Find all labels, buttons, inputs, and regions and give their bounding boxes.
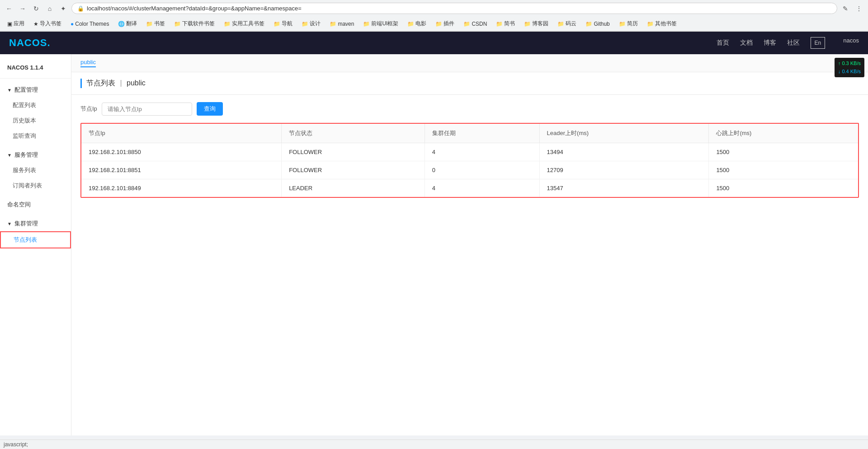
col-header-leader-timeout: Leader上时(ms)	[539, 124, 709, 143]
browser-toolbar: ← → ↻ ⌂ ✦ 🔒 localhost/nacos/#/clusterMan…	[0, 0, 868, 17]
folder-icon: 📁	[585, 21, 592, 27]
cell-heartbeat-timeout: 1500	[709, 143, 858, 161]
bookmark-resume[interactable]: 📁 简历	[615, 19, 642, 29]
app-layout: NACOS 1.1.4 ▼ 配置管理 配置列表 历史版本 监听查询 ▼ 服务管理…	[0, 54, 868, 435]
bookmark-tools[interactable]: 📁 实用工具书签	[220, 19, 268, 29]
page-header: 节点列表 | public	[71, 72, 868, 95]
sidebar-section-title-namespace[interactable]: 命名空间	[0, 197, 71, 212]
folder-icon: 📁	[174, 21, 181, 27]
bookmark-other[interactable]: 📁 其他书签	[643, 19, 680, 29]
bookmark-design[interactable]: 📁 设计	[298, 19, 324, 29]
nacos-logo: NACOS.	[9, 37, 51, 49]
bookmark-import[interactable]: ★ 导入书签	[30, 19, 65, 29]
cell-heartbeat-timeout: 1500	[709, 179, 858, 197]
cell-ip: 192.168.2.101:8850	[81, 143, 282, 161]
bookmark-downloads[interactable]: 📁 下载软件书签	[170, 19, 218, 29]
bookmark-plugins[interactable]: 📁 插件	[432, 19, 458, 29]
bookmark-jianshu[interactable]: 📁 简书	[492, 19, 519, 29]
forward-button[interactable]: →	[17, 3, 28, 14]
bookmark-star-button[interactable]: ✦	[58, 3, 69, 14]
bookmark-cnblogs[interactable]: 📁 博客园	[520, 19, 552, 29]
col-header-status: 节点状态	[282, 124, 425, 143]
node-table: 节点Ip 节点状态 集群任期 Leader上时(ms) 心跳上时(ms) 192…	[81, 124, 858, 197]
top-nav-links: 首页 文档 博客 社区 En nacos	[717, 37, 859, 49]
address-text: localhost/nacos/#/clusterManagement?data…	[87, 5, 302, 12]
namespace-bar: public	[71, 54, 868, 72]
col-header-heartbeat-timeout: 心跳上时(ms)	[709, 124, 858, 143]
sidebar-item-config-list[interactable]: 配置列表	[0, 98, 71, 113]
extensions-button[interactable]: ✎	[840, 3, 851, 14]
search-label: 节点Ip	[80, 105, 97, 113]
cell-term: 4	[425, 179, 539, 197]
col-header-term: 集群任期	[425, 124, 539, 143]
network-speed-indicator: ↑ 0.3 KB/s ↓ 0.4 KB/s	[835, 58, 864, 77]
bookmark-nav[interactable]: 📁 导航	[270, 19, 296, 29]
chevron-down-icon: ▼	[7, 88, 12, 93]
sidebar-section-cluster: ▼ 集群管理 节点列表	[0, 216, 71, 248]
cell-status: FOLLOWER	[282, 161, 425, 179]
sidebar-item-node-list[interactable]: 节点列表	[0, 231, 71, 248]
col-header-ip: 节点Ip	[81, 124, 282, 143]
chevron-down-icon: ▼	[7, 221, 12, 226]
table-row: 192.168.2.101:8850 FOLLOWER 4 13494 1500	[81, 143, 858, 161]
bookmark-github[interactable]: 📁 Github	[582, 19, 613, 28]
title-separator: |	[120, 79, 122, 87]
bookmark-translate[interactable]: 🌐 翻译	[114, 19, 141, 29]
cell-term: 0	[425, 161, 539, 179]
folder-icon: 📁	[647, 21, 654, 27]
page-title: 节点列表	[86, 79, 115, 87]
bookmark-maven[interactable]: 📁 maven	[326, 19, 358, 28]
sidebar-item-service-list[interactable]: 服务列表	[0, 163, 71, 178]
table-row: 192.168.2.101:8849 LEADER 4 13547 1500	[81, 179, 858, 197]
folder-icon: 📁	[407, 21, 414, 27]
cell-leader-timeout: 12709	[539, 161, 709, 179]
bookmark-color-themes[interactable]: ● Color Themes	[67, 19, 113, 28]
bookmark-bookmarks[interactable]: 📁 书签	[142, 19, 169, 29]
search-input[interactable]	[102, 103, 192, 116]
back-button[interactable]: ←	[4, 3, 14, 14]
lock-icon: 🔒	[77, 5, 84, 12]
main-content: ↑ 0.3 KB/s ↓ 0.4 KB/s public 节点列表 | publ…	[71, 54, 868, 435]
bookmark-csdn[interactable]: 📁 CSDN	[460, 19, 491, 28]
sidebar-section-title-config[interactable]: ▼ 配置管理	[0, 82, 71, 98]
sidebar-section-title-cluster[interactable]: ▼ 集群管理	[0, 216, 71, 231]
apps-icon: ▣	[7, 21, 12, 27]
bookmark-apps[interactable]: ▣ 应用	[4, 19, 28, 29]
cell-leader-timeout: 13547	[539, 179, 709, 197]
folder-icon: 📁	[463, 21, 470, 27]
star-icon: ★	[33, 21, 38, 27]
folder-icon: 📁	[557, 21, 564, 27]
query-button[interactable]: 查询	[197, 102, 223, 116]
nav-docs[interactable]: 文档	[740, 37, 753, 49]
table-header-row: 节点Ip 节点状态 集群任期 Leader上时(ms) 心跳上时(ms)	[81, 124, 858, 143]
chevron-down-icon: ▼	[7, 153, 12, 158]
reload-button[interactable]: ↻	[31, 3, 42, 14]
bookmark-movies[interactable]: 📁 电影	[404, 19, 430, 29]
sidebar-item-subscriber[interactable]: 订阅者列表	[0, 178, 71, 193]
sidebar-item-history[interactable]: 历史版本	[0, 113, 71, 128]
upload-speed: ↑ 0.3 KB/s	[838, 60, 861, 68]
cell-status: LEADER	[282, 179, 425, 197]
sidebar: NACOS 1.1.4 ▼ 配置管理 配置列表 历史版本 监听查询 ▼ 服务管理…	[0, 54, 71, 435]
namespace-tag[interactable]: public	[80, 59, 96, 67]
bookmark-frontend[interactable]: 📁 前端UI框架	[359, 19, 402, 29]
folder-icon: 📁	[435, 21, 442, 27]
cell-heartbeat-timeout: 1500	[709, 161, 858, 179]
address-bar[interactable]: 🔒 localhost/nacos/#/clusterManagement?da…	[71, 3, 837, 14]
bookmarks-bar: ▣ 应用 ★ 导入书签 ● Color Themes 🌐 翻译 📁 书签 📁 下…	[0, 17, 868, 31]
home-button[interactable]: ⌂	[44, 3, 55, 14]
sidebar-section-title-service[interactable]: ▼ 服务管理	[0, 147, 71, 163]
folder-icon: 📁	[619, 21, 626, 27]
nav-blog[interactable]: 博客	[764, 37, 776, 49]
cell-ip: 192.168.2.101:8851	[81, 161, 282, 179]
sidebar-version: NACOS 1.1.4	[0, 59, 71, 79]
top-navigation: NACOS. 首页 文档 博客 社区 En nacos	[0, 32, 868, 54]
bookmark-gitee[interactable]: 📁 码云	[554, 19, 580, 29]
nav-community[interactable]: 社区	[787, 37, 800, 49]
nav-home[interactable]: 首页	[717, 37, 729, 49]
sidebar-item-listener[interactable]: 监听查询	[0, 128, 71, 144]
translate-icon: 🌐	[118, 21, 125, 27]
menu-button[interactable]: ⋮	[854, 3, 864, 14]
language-button[interactable]: En	[811, 37, 826, 49]
sidebar-section-namespace: 命名空间	[0, 197, 71, 212]
